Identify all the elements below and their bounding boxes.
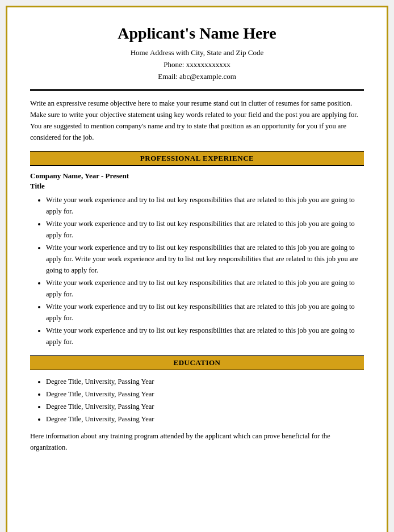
list-item: Degree Title, University, Passing Year	[46, 413, 364, 425]
list-item: Degree Title, University, Passing Year	[46, 401, 364, 412]
education-bullet-list: Degree Title, University, Passing YearDe…	[46, 376, 364, 425]
phone-line: Phone: xxxxxxxxxxxx	[30, 59, 364, 71]
list-item: Degree Title, University, Passing Year	[46, 376, 364, 387]
company-line: Company Name, Year - Present	[30, 171, 364, 181]
header-section: Applicant's Name Here Home Address with …	[30, 24, 364, 82]
email-line: Email: abc@example.com	[30, 71, 364, 83]
header-divider	[30, 89, 364, 91]
professional-experience-header: PROFESSIONAL EXPERIENCE	[30, 151, 364, 166]
resume-page: Applicant's Name Here Home Address with …	[6, 6, 388, 532]
list-item: Write your work experience and try to li…	[46, 242, 364, 276]
experience-section: Company Name, Year - Present Title Write…	[30, 171, 364, 347]
list-item: Write your work experience and try to li…	[46, 325, 364, 347]
list-item: Write your work experience and try to li…	[46, 301, 364, 324]
applicant-name: Applicant's Name Here	[30, 24, 364, 43]
address-line: Home Address with City, State and Zip Co…	[30, 47, 364, 59]
objective-section: Write an expressive resume objective her…	[30, 98, 364, 143]
list-item: Write your work experience and try to li…	[46, 218, 364, 241]
title-line: Title	[30, 182, 364, 191]
objective-text: Write an expressive resume objective her…	[30, 99, 358, 141]
list-item: Degree Title, University, Passing Year	[46, 388, 364, 400]
education-label: EDUCATION	[174, 358, 221, 367]
contact-info: Home Address with City, State and Zip Co…	[30, 47, 364, 82]
training-note: Here information about any training prog…	[30, 430, 364, 453]
list-item: Write your work experience and try to li…	[46, 277, 364, 300]
education-section: Degree Title, University, Passing YearDe…	[30, 376, 364, 453]
education-header: EDUCATION	[30, 355, 364, 370]
experience-bullet-list: Write your work experience and try to li…	[46, 194, 364, 347]
list-item: Write your work experience and try to li…	[46, 194, 364, 217]
professional-experience-label: PROFESSIONAL EXPERIENCE	[140, 154, 254, 162]
